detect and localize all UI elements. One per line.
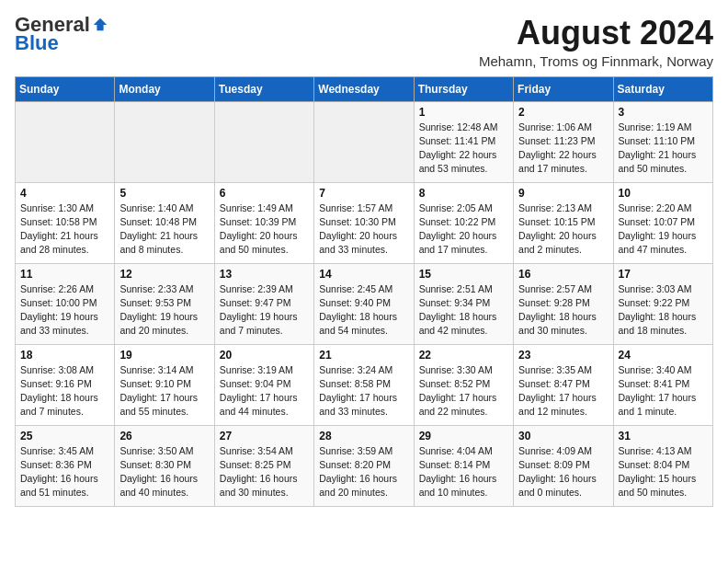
day-number: 2 — [518, 106, 608, 119]
day-info: Sunrise: 2:13 AM Sunset: 10:15 PM Daylig… — [518, 201, 608, 258]
calendar-day-cell: 20Sunrise: 3:19 AM Sunset: 9:04 PM Dayli… — [214, 344, 313, 425]
calendar-day-cell: 31Sunrise: 4:13 AM Sunset: 8:04 PM Dayli… — [613, 425, 712, 506]
calendar-day-cell: 15Sunrise: 2:51 AM Sunset: 9:34 PM Dayli… — [414, 263, 513, 344]
day-number: 4 — [20, 187, 109, 200]
calendar-day-cell — [314, 101, 414, 182]
calendar-day-cell — [115, 101, 214, 182]
day-info: Sunrise: 2:26 AM Sunset: 10:00 PM Daylig… — [20, 282, 109, 339]
day-info: Sunrise: 1:49 AM Sunset: 10:39 PM Daylig… — [220, 201, 309, 258]
weekday-header: Wednesday — [314, 76, 414, 101]
day-number: 22 — [419, 349, 508, 362]
day-number: 21 — [319, 349, 408, 362]
day-number: 8 — [419, 187, 508, 200]
calendar-day-cell: 1Sunrise: 12:48 AM Sunset: 11:41 PM Dayl… — [414, 101, 513, 182]
day-number: 11 — [20, 268, 109, 281]
weekday-header: Thursday — [414, 76, 513, 101]
subtitle: Mehamn, Troms og Finnmark, Norway — [479, 53, 713, 69]
day-number: 28 — [319, 430, 408, 442]
day-number: 25 — [20, 430, 109, 442]
day-info: Sunrise: 2:05 AM Sunset: 10:22 PM Daylig… — [419, 201, 508, 258]
calendar-day-cell: 7Sunrise: 1:57 AM Sunset: 10:30 PM Dayli… — [314, 182, 414, 263]
day-number: 6 — [220, 187, 309, 200]
day-info: Sunrise: 3:45 AM Sunset: 8:36 PM Dayligh… — [20, 444, 109, 500]
calendar-day-cell: 3Sunrise: 1:19 AM Sunset: 11:10 PM Dayli… — [613, 101, 712, 182]
day-info: Sunrise: 4:04 AM Sunset: 8:14 PM Dayligh… — [419, 444, 508, 500]
weekday-header: Sunday — [16, 76, 115, 101]
calendar-week-row: 4Sunrise: 1:30 AM Sunset: 10:58 PM Dayli… — [16, 182, 713, 263]
calendar-day-cell: 21Sunrise: 3:24 AM Sunset: 8:58 PM Dayli… — [314, 344, 414, 425]
day-number: 15 — [419, 268, 508, 281]
calendar-day-cell: 14Sunrise: 2:45 AM Sunset: 9:40 PM Dayli… — [314, 263, 414, 344]
day-info: Sunrise: 12:48 AM Sunset: 11:41 PM Dayli… — [419, 121, 508, 177]
day-number: 13 — [220, 268, 309, 281]
calendar-day-cell: 5Sunrise: 1:40 AM Sunset: 10:48 PM Dayli… — [115, 182, 214, 263]
calendar-day-cell: 22Sunrise: 3:30 AM Sunset: 8:52 PM Dayli… — [414, 344, 513, 425]
calendar-day-cell: 25Sunrise: 3:45 AM Sunset: 8:36 PM Dayli… — [16, 425, 115, 506]
calendar-day-cell: 12Sunrise: 2:33 AM Sunset: 9:53 PM Dayli… — [115, 263, 214, 344]
day-info: Sunrise: 4:13 AM Sunset: 8:04 PM Dayligh… — [619, 444, 708, 500]
day-number: 16 — [518, 268, 608, 281]
day-info: Sunrise: 3:50 AM Sunset: 8:30 PM Dayligh… — [119, 444, 209, 500]
day-number: 5 — [119, 187, 209, 200]
day-number: 20 — [220, 349, 309, 362]
day-number: 17 — [619, 268, 708, 281]
weekday-header: Monday — [115, 76, 214, 101]
calendar-day-cell — [16, 101, 115, 182]
calendar-day-cell: 24Sunrise: 3:40 AM Sunset: 8:41 PM Dayli… — [613, 344, 712, 425]
calendar-day-cell: 29Sunrise: 4:04 AM Sunset: 8:14 PM Dayli… — [414, 425, 513, 506]
calendar-header-row: SundayMondayTuesdayWednesdayThursdayFrid… — [16, 76, 713, 101]
day-info: Sunrise: 2:20 AM Sunset: 10:07 PM Daylig… — [619, 201, 708, 258]
calendar-table: SundayMondayTuesdayWednesdayThursdayFrid… — [15, 76, 713, 507]
calendar-day-cell: 18Sunrise: 3:08 AM Sunset: 9:16 PM Dayli… — [16, 344, 115, 425]
calendar-day-cell: 10Sunrise: 2:20 AM Sunset: 10:07 PM Dayl… — [613, 182, 712, 263]
calendar-day-cell: 4Sunrise: 1:30 AM Sunset: 10:58 PM Dayli… — [16, 182, 115, 263]
calendar-day-cell: 28Sunrise: 3:59 AM Sunset: 8:20 PM Dayli… — [314, 425, 414, 506]
calendar-day-cell: 19Sunrise: 3:14 AM Sunset: 9:10 PM Dayli… — [115, 344, 214, 425]
day-number: 12 — [119, 268, 209, 281]
calendar-week-row: 25Sunrise: 3:45 AM Sunset: 8:36 PM Dayli… — [16, 425, 713, 506]
day-number: 3 — [619, 106, 708, 119]
day-number: 9 — [518, 187, 608, 200]
day-info: Sunrise: 2:39 AM Sunset: 9:47 PM Dayligh… — [220, 282, 309, 339]
calendar-day-cell: 16Sunrise: 2:57 AM Sunset: 9:28 PM Dayli… — [514, 263, 613, 344]
title-block: August 2024 Mehamn, Troms og Finnmark, N… — [479, 15, 713, 69]
day-number: 18 — [20, 349, 109, 362]
day-number: 30 — [518, 430, 608, 442]
day-info: Sunrise: 2:57 AM Sunset: 9:28 PM Dayligh… — [518, 282, 608, 339]
day-info: Sunrise: 3:35 AM Sunset: 8:47 PM Dayligh… — [518, 363, 608, 419]
day-number: 7 — [319, 187, 408, 200]
calendar-day-cell: 11Sunrise: 2:26 AM Sunset: 10:00 PM Dayl… — [16, 263, 115, 344]
calendar-day-cell: 6Sunrise: 1:49 AM Sunset: 10:39 PM Dayli… — [214, 182, 313, 263]
day-number: 24 — [619, 349, 708, 362]
main-title: August 2024 — [479, 15, 713, 52]
logo: General Blue — [15, 15, 108, 55]
day-info: Sunrise: 3:59 AM Sunset: 8:20 PM Dayligh… — [319, 444, 408, 500]
day-number: 1 — [419, 106, 508, 119]
day-info: Sunrise: 3:24 AM Sunset: 8:58 PM Dayligh… — [319, 363, 408, 419]
day-info: Sunrise: 3:14 AM Sunset: 9:10 PM Dayligh… — [119, 363, 209, 419]
day-info: Sunrise: 3:40 AM Sunset: 8:41 PM Dayligh… — [619, 363, 708, 419]
day-number: 26 — [119, 430, 209, 442]
weekday-header: Saturday — [613, 76, 712, 101]
day-number: 23 — [518, 349, 608, 362]
day-info: Sunrise: 2:51 AM Sunset: 9:34 PM Dayligh… — [419, 282, 508, 339]
calendar-day-cell: 2Sunrise: 1:06 AM Sunset: 11:23 PM Dayli… — [514, 101, 613, 182]
calendar-week-row: 18Sunrise: 3:08 AM Sunset: 9:16 PM Dayli… — [16, 344, 713, 425]
day-info: Sunrise: 3:08 AM Sunset: 9:16 PM Dayligh… — [20, 363, 109, 419]
day-info: Sunrise: 1:40 AM Sunset: 10:48 PM Daylig… — [119, 201, 209, 258]
day-info: Sunrise: 2:45 AM Sunset: 9:40 PM Dayligh… — [319, 282, 408, 339]
day-info: Sunrise: 3:30 AM Sunset: 8:52 PM Dayligh… — [419, 363, 508, 419]
calendar-week-row: 11Sunrise: 2:26 AM Sunset: 10:00 PM Dayl… — [16, 263, 713, 344]
day-number: 19 — [119, 349, 209, 362]
day-info: Sunrise: 1:06 AM Sunset: 11:23 PM Daylig… — [518, 121, 608, 177]
weekday-header: Tuesday — [214, 76, 313, 101]
calendar-day-cell: 30Sunrise: 4:09 AM Sunset: 8:09 PM Dayli… — [514, 425, 613, 506]
weekday-header: Friday — [514, 76, 613, 101]
logo-icon — [92, 17, 108, 33]
logo-blue-text: Blue — [15, 31, 59, 55]
day-info: Sunrise: 4:09 AM Sunset: 8:09 PM Dayligh… — [518, 444, 608, 500]
calendar-day-cell — [214, 101, 313, 182]
day-info: Sunrise: 1:30 AM Sunset: 10:58 PM Daylig… — [20, 201, 109, 258]
day-number: 14 — [319, 268, 408, 281]
calendar-day-cell: 17Sunrise: 3:03 AM Sunset: 9:22 PM Dayli… — [613, 263, 712, 344]
